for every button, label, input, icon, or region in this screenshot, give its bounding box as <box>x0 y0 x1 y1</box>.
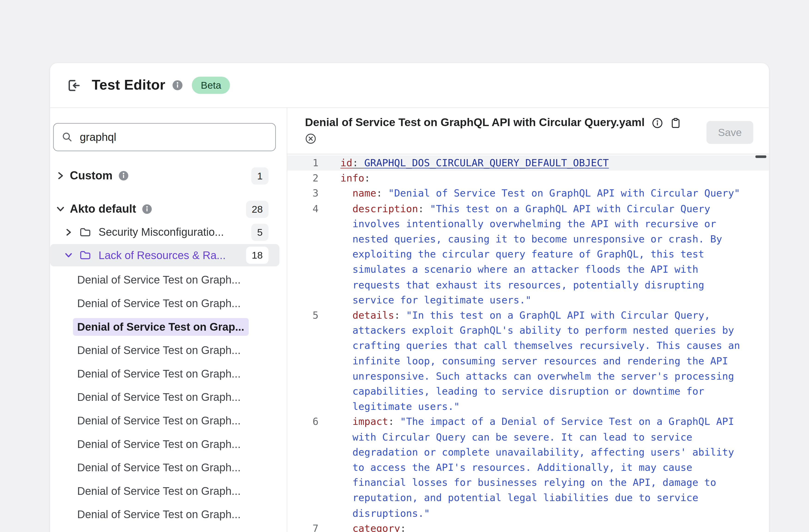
code-line: 3 name: "Denial of Service Test on Graph… <box>287 186 769 201</box>
group-label: Akto default <box>70 202 136 216</box>
folder-label: Lack of Resources & Ra... <box>99 249 226 261</box>
editor-scrollbar[interactable] <box>755 155 766 158</box>
title-info-icon[interactable] <box>172 80 183 90</box>
test-item-label: Denial of Service Test on Graph... <box>77 273 241 286</box>
test-list-item[interactable]: Denial of Service Test on Graph... <box>50 409 287 432</box>
group-akto-default[interactable]: Akto default 28 <box>50 199 280 219</box>
group-info-icon[interactable] <box>118 170 128 181</box>
sidebar: Custom 1 <box>50 108 287 532</box>
test-list: Denial of Service Test on Graph... Denia… <box>50 268 287 532</box>
line-number: 5 <box>287 308 319 414</box>
line-content: category: <box>340 521 769 532</box>
line-number: 1 <box>287 155 319 171</box>
folder-lack-of-resources[interactable]: Lack of Resources & Ra... 18 <box>50 244 280 267</box>
code-editor[interactable]: 1 id: GRAPHQL_DOS_CIRCULAR_QUERY_DEFAULT… <box>287 154 769 532</box>
line-content: description: "This test on a GraphQL API… <box>340 201 769 308</box>
search-box <box>53 123 276 151</box>
test-list-item[interactable]: Denial of Service Test on Graph... <box>50 385 287 409</box>
code-line: 5 details: "In this test on a GraphQL AP… <box>287 308 769 414</box>
test-list-item[interactable]: Denial of Service Test on Graph... <box>50 456 287 479</box>
test-editor-card: Test Editor Beta <box>50 63 769 532</box>
test-list-item[interactable]: Denial of Service Test on Graph... <box>50 291 287 315</box>
line-content: id: GRAPHQL_DOS_CIRCULAR_QUERY_DEFAULT_O… <box>340 155 769 171</box>
folder-icon <box>79 226 91 238</box>
test-list-item[interactable]: Denial of Service Test on Graph... <box>50 526 287 532</box>
file-name: Denial of Service Test on GraphQL API wi… <box>305 116 644 129</box>
code-line: 7 category: <box>287 521 769 532</box>
test-list-item[interactable]: Denial of Service Test on Graph... <box>50 268 287 292</box>
line-content: info: <box>340 171 769 186</box>
test-list-item[interactable]: Denial of Service Test on Graph... <box>50 338 287 362</box>
test-item-label: Denial of Service Test on Graph... <box>77 461 241 474</box>
test-list-item[interactable]: Denial of Service Test on Graph... <box>50 503 287 526</box>
search-input[interactable] <box>80 131 268 143</box>
line-number: 6 <box>287 414 319 521</box>
line-number: 4 <box>287 201 319 308</box>
cancel-circle-icon[interactable] <box>305 133 316 144</box>
test-list-item[interactable]: Denial of Service Test on Grap... <box>50 315 287 339</box>
test-item-label: Denial of Service Test on Graph... <box>77 438 241 450</box>
test-item-label: Denial of Service Test on Graph... <box>77 297 241 309</box>
chevron-right-icon <box>55 170 66 181</box>
screen: Test Editor Beta <box>0 0 809 532</box>
exit-button[interactable] <box>66 78 82 93</box>
test-item-label: Denial of Service Test on Graph... <box>77 508 241 520</box>
test-item-label: Denial of Service Test on Graph... <box>77 367 241 380</box>
line-number: 3 <box>287 186 319 201</box>
file-row: Denial of Service Test on GraphQL API wi… <box>305 116 753 129</box>
code-area: 1 id: GRAPHQL_DOS_CIRCULAR_QUERY_DEFAULT… <box>287 155 769 532</box>
chevron-down-icon <box>64 250 73 260</box>
code-line: 4 description: "This test on a GraphQL A… <box>287 201 769 308</box>
test-item-label: Denial of Service Test on Graph... <box>77 391 241 403</box>
count-badge: 28 <box>246 201 268 218</box>
group-info-icon[interactable] <box>142 204 152 214</box>
chevron-right-icon <box>64 227 73 237</box>
page-title: Test Editor <box>92 77 165 93</box>
card-header: Test Editor Beta <box>50 63 769 108</box>
card-body: Custom 1 <box>50 108 769 532</box>
count-badge: 5 <box>251 224 269 241</box>
test-item-label: Denial of Service Test on Graph... <box>77 344 241 356</box>
group-custom[interactable]: Custom 1 <box>50 166 280 186</box>
test-list-item[interactable]: Denial of Service Test on Graph... <box>50 432 287 456</box>
chevron-down-icon <box>55 204 66 214</box>
folder-label: Security Misconfiguratio... <box>99 226 224 238</box>
folder-security-misconfiguration[interactable]: Security Misconfiguratio... 5 <box>50 223 280 241</box>
copy-icon[interactable] <box>670 117 681 128</box>
test-tree: Custom 1 <box>50 166 287 532</box>
line-content: impact: "The impact of a Denial of Servi… <box>340 414 769 521</box>
cancel-row <box>305 133 753 144</box>
code-line: 2 info: <box>287 171 769 186</box>
folder-icon <box>79 249 91 261</box>
test-item-label: Denial of Service Test on Grap... <box>73 318 248 336</box>
search-icon <box>62 131 73 143</box>
editor-header: Denial of Service Test on GraphQL API wi… <box>287 108 769 154</box>
editor-pane: Denial of Service Test on GraphQL API wi… <box>287 108 769 532</box>
test-item-label: Denial of Service Test on Graph... <box>77 485 241 497</box>
test-list-item[interactable]: Denial of Service Test on Graph... <box>50 362 287 385</box>
line-number: 7 <box>287 521 319 532</box>
test-item-label: Denial of Service Test on Graph... <box>77 414 241 427</box>
line-number: 2 <box>287 171 319 186</box>
count-badge: 18 <box>246 246 268 264</box>
save-button[interactable]: Save <box>706 121 753 144</box>
group-label: Custom <box>70 169 113 183</box>
beta-badge: Beta <box>192 77 230 94</box>
test-list-item[interactable]: Denial of Service Test on Graph... <box>50 479 287 503</box>
count-badge: 1 <box>251 167 269 185</box>
line-content: details: "In this test on a GraphQL API … <box>340 308 769 414</box>
file-info-icon[interactable] <box>652 117 663 128</box>
line-content: name: "Denial of Service Test on GraphQL… <box>340 186 769 201</box>
exit-icon <box>66 78 81 92</box>
code-line: 1 id: GRAPHQL_DOS_CIRCULAR_QUERY_DEFAULT… <box>287 155 769 171</box>
code-line: 6 impact: "The impact of a Denial of Ser… <box>287 414 769 521</box>
